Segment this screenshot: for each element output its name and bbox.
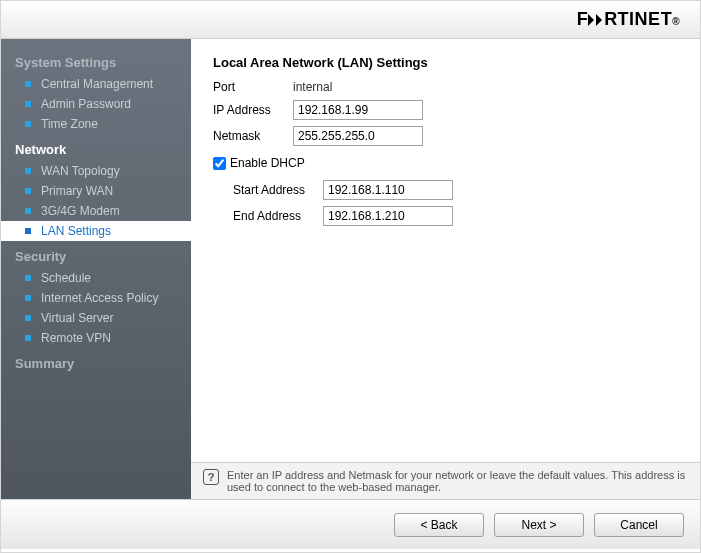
help-icon: ? bbox=[203, 469, 219, 485]
row-start-address: Start Address bbox=[213, 180, 678, 200]
sidebar-item-label: Time Zone bbox=[41, 117, 98, 131]
sidebar-item-time-zone[interactable]: Time Zone bbox=[1, 114, 191, 134]
sidebar-item-label: Internet Access Policy bbox=[41, 291, 158, 305]
ip-address-input[interactable] bbox=[293, 100, 423, 120]
dhcp-fields: Start Address End Address bbox=[213, 180, 678, 226]
logo-triangle-1-icon bbox=[588, 14, 594, 26]
sidebar-item-label: LAN Settings bbox=[41, 224, 111, 238]
bullet-icon bbox=[25, 335, 31, 341]
ip-address-label: IP Address bbox=[213, 103, 293, 117]
row-netmask: Netmask bbox=[213, 126, 678, 146]
sidebar-item-wan-topology[interactable]: WAN Topology bbox=[1, 161, 191, 181]
bullet-icon bbox=[25, 188, 31, 194]
sidebar-item-primary-wan[interactable]: Primary WAN bbox=[1, 181, 191, 201]
page-title: Local Area Network (LAN) Settings bbox=[213, 55, 678, 70]
bullet-icon bbox=[25, 101, 31, 107]
hint-text: Enter an IP address and Netmask for your… bbox=[227, 469, 688, 493]
sidebar-item-virtual-server[interactable]: Virtual Server bbox=[1, 308, 191, 328]
sidebar-item-label: Schedule bbox=[41, 271, 91, 285]
bullet-icon bbox=[25, 295, 31, 301]
logo-triangle-2-icon bbox=[596, 14, 602, 26]
sidebar-item-label: Virtual Server bbox=[41, 311, 113, 325]
bullet-icon bbox=[25, 208, 31, 214]
bullet-icon bbox=[25, 228, 31, 234]
enable-dhcp-checkbox[interactable] bbox=[213, 157, 226, 170]
bullet-icon bbox=[25, 168, 31, 174]
enable-dhcp-label: Enable DHCP bbox=[230, 156, 305, 170]
body-area: System Settings Central Management Admin… bbox=[1, 39, 700, 499]
bullet-icon bbox=[25, 275, 31, 281]
row-port: Port internal bbox=[213, 80, 678, 94]
header-bar: FRTINET® bbox=[1, 1, 700, 39]
bullet-icon bbox=[25, 121, 31, 127]
bullet-icon bbox=[25, 81, 31, 87]
port-value: internal bbox=[293, 80, 332, 94]
sidebar-item-internet-access-policy[interactable]: Internet Access Policy bbox=[1, 288, 191, 308]
start-address-input[interactable] bbox=[323, 180, 453, 200]
sidebar-item-3g4g-modem[interactable]: 3G/4G Modem bbox=[1, 201, 191, 221]
sidebar-item-label: Remote VPN bbox=[41, 331, 111, 345]
end-address-label: End Address bbox=[213, 209, 323, 223]
start-address-label: Start Address bbox=[213, 183, 323, 197]
dhcp-block: Enable DHCP Start Address End Address bbox=[213, 156, 678, 226]
sidebar-item-remote-vpn[interactable]: Remote VPN bbox=[1, 328, 191, 348]
next-button[interactable]: Next > bbox=[494, 513, 584, 537]
row-ip-address: IP Address bbox=[213, 100, 678, 120]
sidebar: System Settings Central Management Admin… bbox=[1, 39, 191, 499]
netmask-label: Netmask bbox=[213, 129, 293, 143]
row-end-address: End Address bbox=[213, 206, 678, 226]
sidebar-item-schedule[interactable]: Schedule bbox=[1, 268, 191, 288]
sidebar-item-central-management[interactable]: Central Management bbox=[1, 74, 191, 94]
fortinet-logo: FRTINET® bbox=[577, 9, 680, 30]
netmask-input[interactable] bbox=[293, 126, 423, 146]
sidebar-group-network[interactable]: Network bbox=[1, 134, 191, 161]
hint-bar: ? Enter an IP address and Netmask for yo… bbox=[191, 462, 700, 499]
sidebar-item-label: Central Management bbox=[41, 77, 153, 91]
sidebar-item-lan-settings[interactable]: LAN Settings bbox=[1, 221, 191, 241]
sidebar-item-label: 3G/4G Modem bbox=[41, 204, 120, 218]
cancel-button[interactable]: Cancel bbox=[594, 513, 684, 537]
bullet-icon bbox=[25, 315, 31, 321]
back-button[interactable]: < Back bbox=[394, 513, 484, 537]
content-panel: Local Area Network (LAN) Settings Port i… bbox=[191, 39, 700, 499]
sidebar-group-summary[interactable]: Summary bbox=[1, 348, 191, 375]
sidebar-item-label: Admin Password bbox=[41, 97, 131, 111]
sidebar-group-security[interactable]: Security bbox=[1, 241, 191, 268]
end-address-input[interactable] bbox=[323, 206, 453, 226]
footer-bar: < Back Next > Cancel bbox=[1, 499, 700, 549]
sidebar-item-admin-password[interactable]: Admin Password bbox=[1, 94, 191, 114]
sidebar-item-label: WAN Topology bbox=[41, 164, 120, 178]
enable-dhcp-row: Enable DHCP bbox=[213, 156, 678, 170]
port-label: Port bbox=[213, 80, 293, 94]
sidebar-group-system-settings[interactable]: System Settings bbox=[1, 47, 191, 74]
sidebar-item-label: Primary WAN bbox=[41, 184, 113, 198]
